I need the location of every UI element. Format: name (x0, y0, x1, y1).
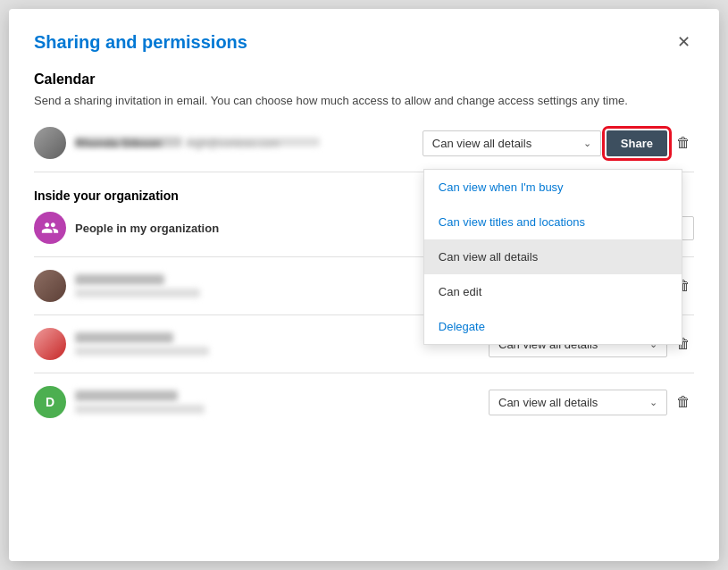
menu-item-edit[interactable]: Can edit (424, 274, 682, 309)
avatar (34, 127, 66, 159)
avatar: D (34, 386, 66, 418)
dialog-title: Sharing and permissions (34, 32, 247, 53)
menu-item-busy[interactable]: Can view when I'm busy (424, 170, 682, 205)
delete-button[interactable]: 🗑 (673, 131, 694, 155)
delete-button[interactable]: 🗑 (673, 390, 694, 414)
person-info (75, 332, 480, 356)
section-title: Calendar (34, 71, 694, 88)
permission-dropdown[interactable]: Can view all details ⌄ (489, 390, 667, 415)
menu-item-all-details[interactable]: Can view all details (424, 239, 682, 274)
person-email (75, 289, 200, 298)
avatar (34, 212, 66, 244)
calendar-section: Calendar Send a sharing invitation in em… (34, 71, 694, 109)
dialog-header: Sharing and permissions ✕ (34, 30, 694, 54)
menu-item-titles[interactable]: Can view titles and locations (424, 205, 682, 239)
avatar (34, 270, 66, 302)
person-info: Rhonda Gibson rogh@contoso.com (75, 135, 414, 151)
person-info (75, 390, 480, 414)
menu-item-delegate[interactable]: Delegate (424, 309, 682, 344)
dropdown-value: Can view all details (498, 396, 598, 409)
person-email (75, 347, 209, 356)
person-name: Rhonda Gibson (75, 137, 182, 147)
permission-dropdown[interactable]: Can view all details ⌄ Can view when I'm… (423, 130, 601, 156)
description-text: Send a sharing invitation in email. You … (34, 93, 659, 109)
person-name (75, 390, 178, 401)
org-row-3: D Can view all details ⌄ 🗑 (34, 386, 694, 418)
dropdown-value: Can view all details (432, 137, 531, 150)
person-controls: Can view all details ⌄ 🗑 (489, 390, 694, 415)
person-email (75, 405, 205, 414)
person-email: rogh@contoso.com (186, 138, 320, 147)
person-controls: Can view all details ⌄ Can view when I'm… (423, 130, 694, 156)
chevron-down-icon: ⌄ (649, 397, 657, 408)
first-person-row: Rhonda Gibson rogh@contoso.com Can view … (34, 127, 694, 159)
divider (34, 373, 694, 373)
chevron-down-icon: ⌄ (583, 138, 591, 149)
sharing-permissions-dialog: Sharing and permissions ✕ Calendar Send … (9, 9, 719, 561)
person-name (75, 332, 173, 343)
person-info (75, 274, 480, 298)
share-button[interactable]: Share (607, 130, 667, 156)
person-name (75, 274, 164, 285)
close-button[interactable]: ✕ (674, 30, 694, 54)
dropdown-menu: Can view when I'm busy Can view titles a… (423, 169, 682, 345)
avatar (34, 328, 66, 360)
